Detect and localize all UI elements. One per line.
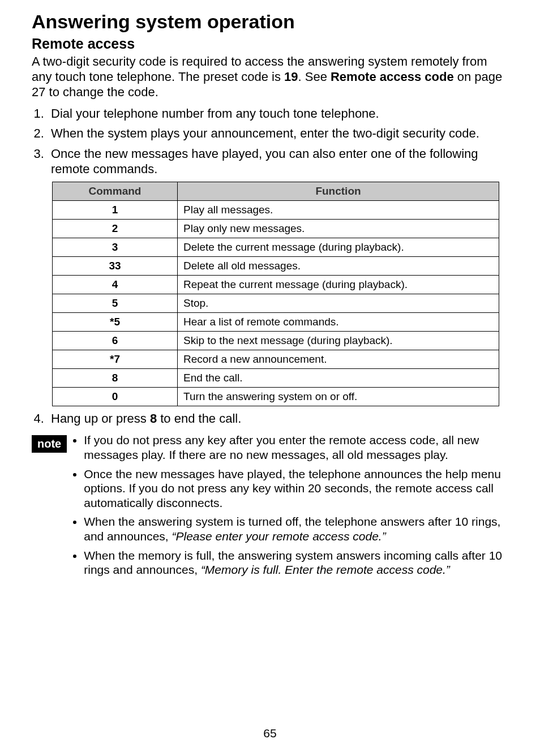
fn-cell: Skip to the next message (during playbac… xyxy=(178,331,499,350)
commands-table: Command Function 1 Play all messages. 2 … xyxy=(52,182,499,406)
intro-paragraph: A two-digit security code is required to… xyxy=(32,54,508,100)
section-subtitle: Remote access xyxy=(32,36,508,52)
fn-cell: Turn the answering system on or off. xyxy=(178,387,499,406)
table-header-row: Command Function xyxy=(53,182,499,200)
table-row: 3 Delete the current message (during pla… xyxy=(53,238,499,256)
fn-cell: Record a new announcement. xyxy=(178,350,499,368)
page: Answering system operation Remote access… xyxy=(0,0,540,756)
fn-cell: End the call. xyxy=(178,368,499,387)
cmd-cell: 3 xyxy=(53,238,178,256)
note-row: note If you do not press any key after y… xyxy=(32,431,508,581)
fn-cell: Stop. xyxy=(178,294,499,312)
step-1: Dial your telephone number from any touc… xyxy=(48,106,508,122)
steps-list-continued: Hang up or press 8 to end the call. xyxy=(32,411,508,427)
header-function: Function xyxy=(178,182,499,200)
page-number: 65 xyxy=(0,727,540,740)
fn-cell: Repeat the current message (during playb… xyxy=(178,275,499,294)
note-badge: note xyxy=(32,435,67,453)
note-item-3: When the answering system is turned off,… xyxy=(84,514,508,543)
step-4-post: to end the call. xyxy=(157,411,241,426)
step-4-key: 8 xyxy=(150,411,157,426)
cmd-cell: 6 xyxy=(53,331,178,350)
cmd-cell: 33 xyxy=(53,256,178,275)
table-row: 5 Stop. xyxy=(53,294,499,312)
table-row: *5 Hear a list of remote commands. xyxy=(53,312,499,331)
table-row: 8 End the call. xyxy=(53,368,499,387)
fn-cell: Delete all old messages. xyxy=(178,256,499,275)
note-item-4: When the memory is full, the answering s… xyxy=(84,548,508,577)
fn-cell: Hear a list of remote commands. xyxy=(178,312,499,331)
cmd-cell: 4 xyxy=(53,275,178,294)
table-row: *7 Record a new announcement. xyxy=(53,350,499,368)
fn-cell: Play only new messages. xyxy=(178,219,499,238)
cmd-cell: 1 xyxy=(53,200,178,219)
notes-list: If you do not press any key after you en… xyxy=(67,433,508,581)
step-3: Once the new messages have played, you c… xyxy=(48,146,508,177)
table-row: 1 Play all messages. xyxy=(53,200,499,219)
table-row: 4 Repeat the current message (during pla… xyxy=(53,275,499,294)
note-item-1: If you do not press any key after you en… xyxy=(84,433,508,462)
preset-code: 19 xyxy=(284,70,298,84)
cmd-cell: *5 xyxy=(53,312,178,331)
cmd-cell: *7 xyxy=(53,350,178,368)
fn-cell: Delete the current message (during playb… xyxy=(178,238,499,256)
table-row: 33 Delete all old messages. xyxy=(53,256,499,275)
cmd-cell: 0 xyxy=(53,387,178,406)
page-title: Answering system operation xyxy=(32,11,508,32)
cmd-cell: 5 xyxy=(53,294,178,312)
step-4-pre: Hang up or press xyxy=(51,411,150,426)
note-3-quote: “Please enter your remote access code.” xyxy=(172,530,386,543)
intro-text-2: . See xyxy=(298,70,331,84)
step-4: Hang up or press 8 to end the call. xyxy=(48,411,508,427)
table-row: 0 Turn the answering system on or off. xyxy=(53,387,499,406)
cmd-cell: 2 xyxy=(53,219,178,238)
note-4-quote: “Memory is full. Enter the remote access… xyxy=(201,563,450,576)
step-2: When the system plays your announcement,… xyxy=(48,126,508,141)
header-command: Command xyxy=(53,182,178,200)
remote-access-code-ref: Remote access code xyxy=(331,70,454,84)
table-row: 2 Play only new messages. xyxy=(53,219,499,238)
table-row: 6 Skip to the next message (during playb… xyxy=(53,331,499,350)
note-item-2: Once the new messages have played, the t… xyxy=(84,467,508,510)
steps-list: Dial your telephone number from any touc… xyxy=(32,106,508,177)
fn-cell: Play all messages. xyxy=(178,200,499,219)
cmd-cell: 8 xyxy=(53,368,178,387)
